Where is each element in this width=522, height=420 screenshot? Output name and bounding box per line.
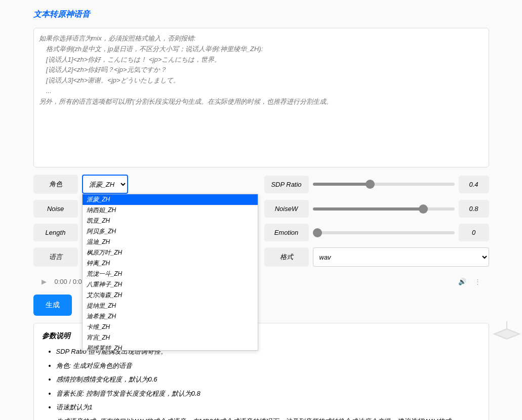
dropdown-item[interactable]: 提纳里_ZH (83, 301, 258, 311)
decor-icon (492, 319, 522, 349)
format-select[interactable]: wav (313, 247, 489, 267)
doc-item: 生成语音格式: 原有接口以WAV格式合成语音，在MP3格式合成语音的情况下，涉及… (56, 416, 480, 421)
emotion-slider[interactable] (313, 231, 455, 234)
noisew-row: NoiseW 0.8 (264, 200, 489, 218)
header: 文本转原神语音 (33, 5, 489, 24)
dropdown-item[interactable]: 荒泷一斗_ZH (83, 269, 258, 279)
length-label: Length (33, 224, 78, 241)
sdp-slider[interactable] (313, 183, 455, 186)
dropdown-item[interactable]: 卡维_ZH (83, 322, 258, 332)
sdp-label: SDP Ratio (264, 176, 309, 193)
format-label: 格式 (264, 247, 309, 267)
volume-icon[interactable]: 🔊 (458, 278, 466, 285)
doc-item: 语速默认为1 (56, 402, 480, 412)
play-icon[interactable]: ▶ (42, 278, 47, 285)
noisew-label: NoiseW (264, 200, 309, 218)
role-row: 角色 派蒙_ZH 派蒙_ZH纳西妲_ZH凯亚_ZH阿贝多_ZH温迪_ZH枫原万叶… (33, 175, 258, 194)
dropdown-item[interactable]: 枫原万叶_ZH (83, 247, 258, 258)
page-title: 文本转原神语音 (33, 9, 489, 20)
dropdown-item[interactable]: 凯亚_ZH (83, 216, 258, 226)
dropdown-item[interactable]: 温迪_ZH (83, 237, 258, 247)
dropdown-item[interactable]: 派蒙_ZH (83, 194, 258, 205)
noise-label: Noise (33, 200, 78, 218)
dropdown-item[interactable]: 艾尔海森_ZH (83, 290, 258, 301)
role-dropdown[interactable]: 派蒙_ZH纳西妲_ZH凯亚_ZH阿贝多_ZH温迪_ZH枫原万叶_ZH钟离_ZH荒… (82, 194, 258, 351)
audio-time: 0:00 / 0:00 (55, 278, 86, 285)
format-row: 格式 wav (264, 247, 489, 267)
dropdown-item[interactable]: 宵宫_ZH (83, 332, 258, 343)
generate-button[interactable]: 生成 (33, 295, 72, 316)
text-input-wrap (33, 28, 489, 167)
noisew-value: 0.8 (459, 200, 489, 218)
role-label: 角色 (33, 175, 78, 194)
doc-item: 角色: 生成对应角色的语音 (56, 361, 480, 371)
doc-item: 音素长度: 控制音节发音长度变化程度，默认为0.8 (56, 389, 480, 399)
role-select[interactable]: 派蒙_ZH (82, 175, 128, 194)
lang-label: 语言 (33, 247, 78, 267)
dropdown-item[interactable]: 八重神子_ZH (83, 279, 258, 290)
dropdown-item[interactable]: 阿贝多_ZH (83, 226, 258, 237)
doc-item: 感情控制感情变化程度，默认为0.6 (56, 374, 480, 385)
sdp-row: SDP Ratio 0.4 (264, 175, 489, 194)
text-input[interactable] (39, 33, 484, 160)
emotion-row: Emotion 0 (264, 224, 489, 241)
dropdown-item[interactable]: 迪希雅_ZH (83, 311, 258, 322)
dropdown-item[interactable]: 钟离_ZH (83, 258, 258, 269)
sdp-value: 0.4 (459, 176, 489, 193)
menu-icon[interactable]: ⋮ (474, 278, 481, 285)
emotion-value: 0 (459, 224, 489, 241)
doc-list: SDP Ratio 但可能偶发出现语调奇怪。角色: 生成对应角色的语音感情控制感… (42, 347, 480, 420)
emotion-label: Emotion (264, 224, 309, 241)
controls-grid: 角色 派蒙_ZH 派蒙_ZH纳西妲_ZH凯亚_ZH阿贝多_ZH温迪_ZH枫原万叶… (33, 175, 489, 267)
dropdown-item[interactable]: 那维莱特_ZH (83, 343, 258, 351)
dropdown-item[interactable]: 纳西妲_ZH (83, 205, 258, 216)
noisew-slider[interactable] (313, 207, 455, 211)
